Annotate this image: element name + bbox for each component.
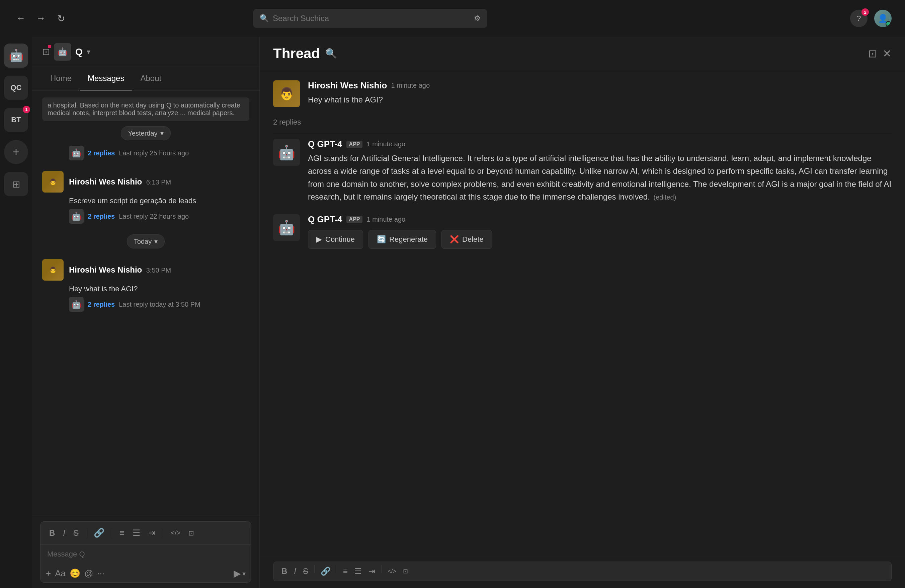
search-input[interactable] [273, 14, 470, 23]
thread-reply1-time: 1 minute ago [367, 140, 405, 148]
emoji-button[interactable]: 😊 [70, 568, 80, 578]
help-button[interactable]: ? 2 [850, 10, 867, 27]
toolbar-sep-3 [163, 528, 164, 538]
code-block-button[interactable]: ⊡ [185, 527, 197, 539]
msg2-content: Hey what is the AGI? [69, 283, 249, 294]
thread-indent-button[interactable]: ⇥ [366, 565, 378, 577]
thread-reply1-edited: (edited) [654, 194, 676, 201]
sidebar-toggle-icon[interactable]: ⊡ [42, 46, 50, 57]
sidebar-item-bt[interactable]: BT 1 [4, 108, 28, 132]
back-button[interactable]: ← [13, 11, 28, 26]
regenerate-icon: 🔄 [377, 235, 386, 244]
yesterday-pill[interactable]: Yesterday ▾ [121, 126, 170, 140]
msg1-avatar: 👨 [42, 171, 64, 192]
today-pill[interactable]: Today ▾ [127, 234, 165, 248]
old-replies-link[interactable]: 2 replies [88, 149, 115, 157]
notification-badge: 2 [862, 8, 869, 16]
tab-about[interactable]: About [132, 67, 169, 91]
thread-original-time: 1 minute ago [391, 82, 430, 89]
today-label: Today [134, 238, 152, 245]
main-layout: 🤖 QC BT 1 + ⊞ ⊡ 🤖 Q ▾ Home Messages [0, 37, 905, 588]
thread-unordered-list-button[interactable]: ☰ [352, 565, 365, 577]
thread-layout-button[interactable]: ⊡ [868, 47, 877, 60]
thread-messages: 👨 Hiroshi Wes Nishio 1 minute ago Hey wh… [260, 70, 905, 556]
msg2-avatar: 👨 [42, 259, 64, 281]
delete-button[interactable]: ❌ Delete [441, 230, 492, 249]
link-button[interactable]: 🔗 [90, 526, 108, 540]
thread-toolbar-sep1 [314, 565, 314, 573]
msg2-replies-link[interactable]: 2 replies [88, 301, 115, 308]
thread-ordered-list-button[interactable]: ≡ [340, 565, 351, 577]
thread-bold-button[interactable]: B [279, 565, 290, 577]
messages-area: a hospital. Based on the next day using … [32, 91, 259, 516]
thread-reply1-header: Q GPT-4 APP 1 minute ago [308, 139, 892, 149]
user-avatar[interactable]: 👤 [874, 10, 892, 27]
sidebar-item-bot[interactable]: 🤖 [4, 43, 28, 68]
format-button[interactable]: Aa [55, 568, 66, 578]
italic-button[interactable]: I [60, 526, 68, 540]
thread-link-button[interactable]: 🔗 [318, 565, 333, 577]
sidebar-item-qc[interactable]: QC [4, 76, 28, 100]
search-filter-button[interactable]: ⚙ [474, 14, 481, 23]
thread-code-button[interactable]: </> [385, 565, 399, 577]
thread-compose-inner: B I S 🔗 ≡ ☰ ⇥ </> ⊡ [273, 561, 892, 581]
compose-footer-left: + Aa 😊 @ ··· [46, 568, 105, 578]
compose-toolbar: B I S 🔗 ≡ ☰ ⇥ </> ⊡ [41, 522, 251, 545]
unordered-list-button[interactable]: ☰ [129, 526, 144, 540]
thread-reply2-avatar: 🤖 [273, 214, 300, 241]
old-bot-avatar: 🤖 [69, 146, 84, 161]
forward-button[interactable]: → [33, 11, 48, 26]
today-divider: Today ▾ [42, 234, 249, 248]
thread-code-block-button[interactable]: ⊡ [400, 565, 411, 577]
thread-italic-button[interactable]: I [291, 565, 299, 577]
sidebar-item-layout[interactable]: ⊞ [4, 172, 28, 196]
top-right: ? 2 👤 [850, 10, 892, 27]
mention-button[interactable]: @ [84, 568, 93, 578]
msg1-header: 👨 Hiroshi Wes Nishio 6:13 PM [42, 171, 249, 192]
regenerate-button[interactable]: 🔄 Regenerate [368, 230, 436, 249]
thread-strikethrough-button[interactable]: S [300, 565, 311, 577]
bt-badge: 1 [23, 106, 30, 113]
toolbar-sep-2 [112, 528, 112, 538]
channel-dropdown-icon[interactable]: ▾ [87, 48, 90, 56]
msg1-last-reply: Last reply 22 hours ago [119, 213, 189, 220]
sidebar-left: 🤖 QC BT 1 + ⊞ [0, 37, 32, 588]
msg1-replies-link[interactable]: 2 replies [88, 213, 115, 220]
tab-messages[interactable]: Messages [79, 67, 132, 91]
msg2-bot-avatar: 🤖 [69, 297, 84, 312]
continue-button[interactable]: ▶ Continue [308, 230, 363, 249]
strikethrough-button[interactable]: S [70, 526, 82, 540]
msg1-content: Escreve um script de geração de leads [69, 195, 249, 206]
bt-label: BT [11, 116, 21, 124]
thread-original-header: Hiroshi Wes Nishio 1 minute ago [308, 80, 430, 91]
thread-reply2-body: Q GPT-4 APP 1 minute ago ▶ Continue 🔄 Re… [308, 214, 492, 249]
indent-button[interactable]: ⇥ [145, 526, 159, 540]
thread-reply1-app-badge: APP [346, 141, 363, 148]
thread-search-icon[interactable]: 🔍 [325, 48, 337, 59]
today-chevron-icon: ▾ [154, 237, 158, 245]
continue-icon: ▶ [316, 235, 322, 244]
chevron-down-icon: ▾ [160, 129, 164, 137]
add-attachment-button[interactable]: + [46, 568, 51, 578]
send-options-button[interactable]: ▾ [242, 570, 246, 578]
bold-button[interactable]: B [46, 526, 58, 540]
thread-toolbar-sep2 [337, 565, 337, 573]
search-bar-container: 🔍 ⚙ [253, 9, 487, 28]
more-button[interactable]: ··· [97, 568, 105, 578]
send-button[interactable]: ▶ [233, 568, 241, 579]
thread-reply2-header: Q GPT-4 APP 1 minute ago [308, 214, 492, 225]
channel-name[interactable]: Q [75, 46, 83, 57]
thread-original-avatar: 👨 [273, 80, 300, 107]
thread-original-body: Hiroshi Wes Nishio 1 minute ago Hey what… [308, 80, 430, 107]
compose-send: ▶ ▾ [233, 568, 246, 579]
thread-compose: B I S 🔗 ≡ ☰ ⇥ </> ⊡ [260, 556, 905, 588]
tab-home[interactable]: Home [42, 67, 79, 91]
ordered-list-button[interactable]: ≡ [116, 526, 128, 540]
sidebar-add-button[interactable]: + [4, 140, 28, 164]
code-button[interactable]: </> [167, 527, 184, 539]
thread-close-button[interactable]: ✕ [883, 47, 892, 60]
msg2-last-reply: Last reply today at 3:50 PM [119, 301, 200, 308]
msg2-username-block: Hiroshi Wes Nishio 3:50 PM [69, 265, 171, 275]
compose-input[interactable]: Message Q [41, 545, 251, 564]
history-button[interactable]: ↻ [54, 11, 68, 26]
